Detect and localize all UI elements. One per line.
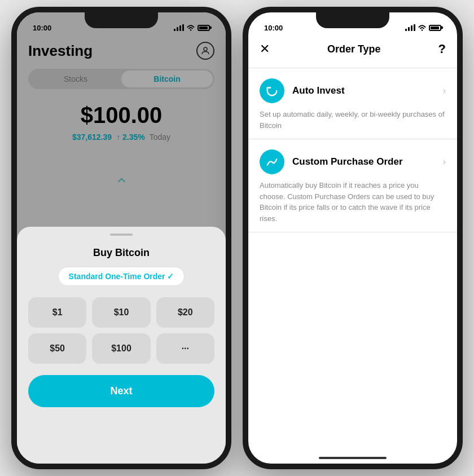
phone-order-type: 10:00 ✕ Order Type ? bbox=[243, 7, 463, 469]
bottom-sheet: Buy Bitcoin Standard One-Time Order ✓ $1… bbox=[17, 227, 226, 464]
order-type-selector[interactable]: Standard One-Time Order ✓ bbox=[58, 267, 185, 286]
order-type-content: ✕ Order Type ? Auto Invest › Set bbox=[248, 37, 457, 232]
custom-order-name: Custom Purchase Order bbox=[292, 156, 403, 168]
status-icons-2 bbox=[405, 24, 441, 31]
order-type-header: ✕ Order Type ? bbox=[260, 37, 446, 68]
next-button[interactable]: Next bbox=[28, 375, 214, 407]
custom-order-chevron-icon: › bbox=[443, 157, 446, 167]
help-button[interactable]: ? bbox=[438, 42, 446, 56]
signal-icon bbox=[174, 24, 184, 31]
custom-order-option[interactable]: Custom Purchase Order › Automatically bu… bbox=[260, 139, 446, 232]
custom-order-left: Custom Purchase Order bbox=[260, 149, 403, 174]
sheet-handle bbox=[110, 233, 133, 236]
amount-more[interactable]: ··· bbox=[156, 333, 214, 364]
auto-invest-chevron-icon: › bbox=[443, 86, 446, 96]
status-icons bbox=[174, 24, 210, 31]
time-2: 10:00 bbox=[264, 24, 283, 32]
custom-order-icon bbox=[260, 149, 284, 174]
svg-point-2 bbox=[422, 29, 423, 30]
phone-investing: 10:00 Investing bbox=[11, 7, 231, 469]
svg-point-0 bbox=[190, 29, 191, 30]
sheet-title: Buy Bitcoin bbox=[28, 247, 214, 259]
amount-grid: $1 $10 $20 $50 $100 ··· bbox=[28, 297, 214, 364]
order-type-label: Standard One-Time Order ✓ bbox=[69, 272, 174, 281]
amount-50[interactable]: $50 bbox=[28, 333, 86, 364]
auto-invest-name: Auto Invest bbox=[292, 85, 345, 96]
wifi-icon-2 bbox=[418, 24, 427, 31]
signal-icon-2 bbox=[405, 24, 415, 31]
battery-icon-2 bbox=[429, 25, 441, 31]
time: 10:00 bbox=[33, 24, 51, 32]
wifi-icon bbox=[186, 24, 195, 31]
amount-100[interactable]: $100 bbox=[92, 333, 150, 364]
auto-invest-icon bbox=[260, 78, 284, 103]
order-type-title: Order Type bbox=[327, 43, 381, 55]
auto-invest-row: Auto Invest › bbox=[260, 78, 446, 103]
close-button[interactable]: ✕ bbox=[260, 42, 270, 56]
notch bbox=[316, 12, 389, 28]
amount-20[interactable]: $20 bbox=[156, 297, 214, 328]
amount-10[interactable]: $10 bbox=[92, 297, 150, 328]
amount-1[interactable]: $1 bbox=[28, 297, 86, 328]
home-indicator-2 bbox=[319, 457, 387, 459]
notch bbox=[85, 12, 158, 28]
battery-icon bbox=[198, 25, 210, 31]
auto-invest-left: Auto Invest bbox=[260, 78, 345, 103]
custom-order-description: Automatically buy Bitcoin if it reaches … bbox=[260, 180, 446, 224]
custom-order-row: Custom Purchase Order › bbox=[260, 149, 446, 174]
auto-invest-option[interactable]: Auto Invest › Set up automatic daily, we… bbox=[260, 68, 446, 139]
auto-invest-description: Set up automatic daily, weekly, or bi-we… bbox=[260, 109, 446, 131]
divider-bottom bbox=[248, 232, 457, 232]
